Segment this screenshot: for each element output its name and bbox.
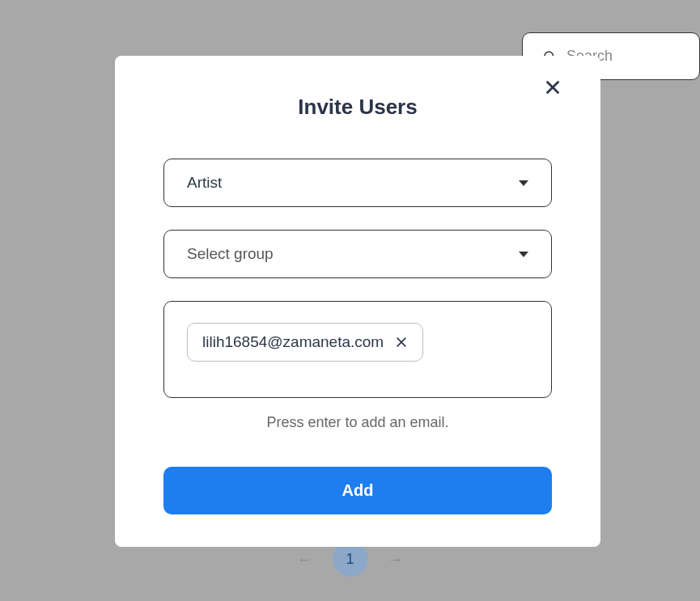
email-input-container[interactable]: lilih16854@zamaneta.com: [163, 301, 552, 398]
close-button[interactable]: [544, 78, 562, 96]
chevron-down-icon: [519, 252, 528, 257]
remove-email-button[interactable]: [395, 336, 408, 349]
add-button[interactable]: Add: [163, 467, 552, 514]
prev-page-button[interactable]: ←: [297, 550, 313, 569]
role-select[interactable]: Artist: [163, 159, 552, 207]
close-icon: [395, 336, 408, 349]
group-select[interactable]: Select group: [163, 230, 552, 278]
email-chip: lilih16854@zamaneta.com: [187, 323, 423, 362]
role-select-value: Artist: [187, 174, 222, 192]
next-page-button[interactable]: →: [388, 550, 404, 569]
page-number-label: 1: [346, 551, 354, 568]
chevron-down-icon: [519, 180, 528, 186]
email-chip-text: lilih16854@zamaneta.com: [202, 333, 384, 351]
add-button-label: Add: [342, 481, 374, 499]
close-icon: [544, 78, 562, 96]
modal-title: Invite Users: [163, 95, 552, 120]
invite-users-modal: Invite Users Artist Select group lilih16…: [115, 56, 600, 547]
group-select-placeholder: Select group: [187, 245, 274, 263]
helper-text: Press enter to add an email.: [163, 414, 552, 431]
